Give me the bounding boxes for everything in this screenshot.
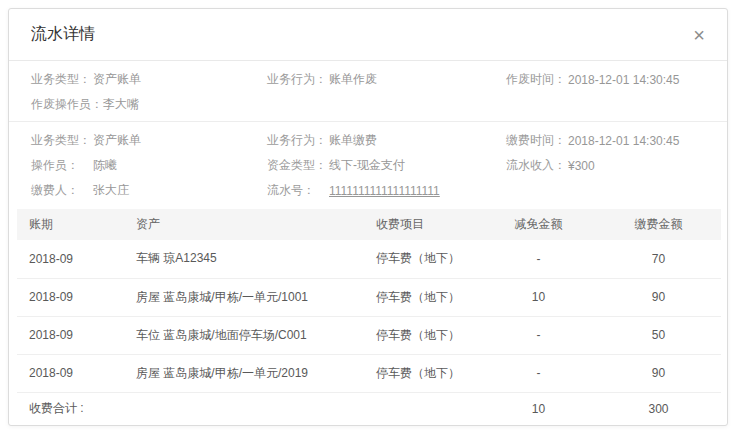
field-business-action: 业务行为： 账单缴费	[267, 128, 506, 153]
cell-period: 2018-09	[17, 240, 124, 278]
field-label: 操作员：	[31, 157, 93, 174]
cell-reduction: -	[481, 354, 596, 392]
cell-period: 2018-09	[17, 354, 124, 392]
cell-amount: 90	[596, 278, 721, 316]
field-value: 账单作废	[329, 71, 377, 88]
field-value: 陈曦	[93, 157, 117, 174]
footer-amount-total: 300	[596, 392, 721, 425]
cell-reduction: 10	[481, 278, 596, 316]
void-info-section: 业务类型： 资产账单 业务行为： 账单作废 作废时间： 2018-12-01 1…	[9, 61, 727, 122]
cell-charge-item: 停车费（地下）	[364, 240, 481, 278]
cell-reduction: -	[481, 240, 596, 278]
field-operator: 操作员： 陈曦	[31, 153, 267, 178]
field-value: 2018-12-01 14:30:45	[568, 134, 679, 148]
field-value: 张大庄	[93, 182, 129, 199]
cell-charge-item: 停车费（地下）	[364, 278, 481, 316]
field-value: 李大嘴	[103, 96, 139, 113]
col-header-reduction: 减免金额	[481, 209, 596, 240]
field-void-operator: 作废操作员： 李大嘴	[31, 92, 267, 117]
field-payer: 缴费人： 张大庄	[31, 178, 267, 203]
field-value: 资产账单	[93, 132, 141, 149]
field-fund-type: 资金类型： 线下-现金支付	[267, 153, 506, 178]
col-header-amount: 缴费金额	[596, 209, 721, 240]
modal-title: 流水详情	[31, 24, 95, 45]
field-label: 业务行为：	[267, 71, 329, 88]
field-flow-income: 流水收入： ¥300	[506, 153, 705, 178]
field-value: 线下-现金支付	[329, 157, 405, 174]
footer-reduction-total: 10	[481, 392, 596, 425]
field-empty	[506, 178, 705, 203]
cell-reduction: -	[481, 316, 596, 354]
footer-total-label: 收费合计 :	[17, 392, 481, 425]
field-business-type: 业务类型： 资产账单	[31, 128, 267, 153]
cell-period: 2018-09	[17, 316, 124, 354]
flow-detail-modal: 流水详情 × 业务类型： 资产账单 业务行为： 账单作废 作废时间： 2018-…	[8, 8, 728, 426]
field-label: 缴费人：	[31, 182, 93, 199]
cell-amount: 50	[596, 316, 721, 354]
field-label: 业务行为：	[267, 132, 329, 149]
col-header-charge-item: 收费项目	[364, 209, 481, 240]
table-row: 2018-09 房屋 蓝岛康城/甲栋/一单元/1001 停车费（地下） 10 9…	[17, 278, 721, 316]
field-pay-time: 缴费时间： 2018-12-01 14:30:45	[506, 128, 705, 153]
cell-asset: 房屋 蓝岛康城/甲栋/一单元/2019	[124, 354, 364, 392]
payment-info-section: 业务类型： 资产账单 业务行为： 账单缴费 缴费时间： 2018-12-01 1…	[9, 122, 727, 207]
field-value: 账单缴费	[329, 132, 377, 149]
cell-period: 2018-09	[17, 278, 124, 316]
field-void-time: 作废时间： 2018-12-01 14:30:45	[506, 67, 705, 92]
field-label: 流水收入：	[506, 157, 568, 174]
table-row: 2018-09 车辆 琼A12345 停车费（地下） - 70	[17, 240, 721, 278]
field-label: 缴费时间：	[506, 132, 568, 149]
field-label: 流水号：	[267, 182, 329, 199]
modal-header: 流水详情 ×	[9, 9, 727, 61]
cell-asset: 车位 蓝岛康城/地面停车场/C001	[124, 316, 364, 354]
table-footer-row: 收费合计 : 10 300	[17, 392, 721, 425]
cell-amount: 90	[596, 354, 721, 392]
field-value: 资产账单	[93, 71, 141, 88]
field-label: 资金类型：	[267, 157, 329, 174]
field-value: ¥300	[568, 159, 595, 173]
field-flow-no: 流水号： 1111111111111111111	[267, 178, 506, 203]
cell-asset: 房屋 蓝岛康城/甲栋/一单元/1001	[124, 278, 364, 316]
cell-amount: 70	[596, 240, 721, 278]
field-label: 业务类型：	[31, 71, 93, 88]
flow-number-link[interactable]: 1111111111111111111	[329, 184, 440, 198]
field-label: 作废时间：	[506, 71, 568, 88]
field-value: 2018-12-01 14:30:45	[568, 73, 679, 87]
table-row: 2018-09 车位 蓝岛康城/地面停车场/C001 停车费（地下） - 50	[17, 316, 721, 354]
cell-charge-item: 停车费（地下）	[364, 354, 481, 392]
cell-asset: 车辆 琼A12345	[124, 240, 364, 278]
field-business-type: 业务类型： 资产账单	[31, 67, 267, 92]
field-label: 作废操作员：	[31, 96, 103, 113]
table-row: 2018-09 房屋 蓝岛康城/甲栋/一单元/2019 停车费（地下） - 90	[17, 354, 721, 392]
charge-table: 账期 资产 收费项目 减免金额 缴费金额 2018-09 车辆 琼A12345 …	[17, 209, 721, 425]
field-business-action: 业务行为： 账单作废	[267, 67, 506, 92]
table-header-row: 账期 资产 收费项目 减免金额 缴费金额	[17, 209, 721, 240]
close-icon[interactable]: ×	[693, 25, 705, 45]
field-label: 业务类型：	[31, 132, 93, 149]
col-header-asset: 资产	[124, 209, 364, 240]
cell-charge-item: 停车费（地下）	[364, 316, 481, 354]
col-header-period: 账期	[17, 209, 124, 240]
